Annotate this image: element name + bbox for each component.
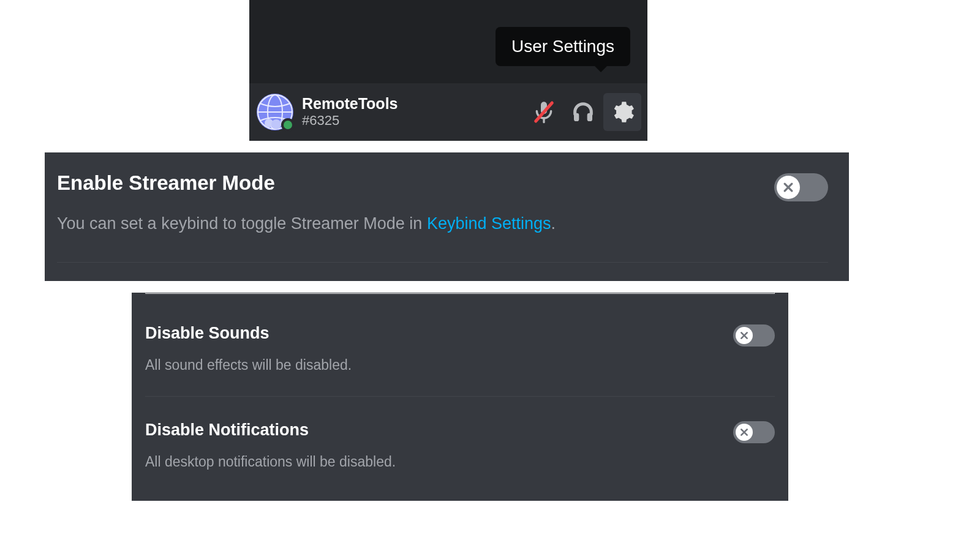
settings-tooltip: User Settings	[496, 27, 630, 66]
divider	[145, 396, 775, 397]
gear-icon	[610, 100, 635, 124]
svg-rect-10	[587, 113, 592, 121]
disable-notifications-desc: All desktop notifications will be disabl…	[145, 452, 733, 471]
disable-sounds-toggle[interactable]	[733, 324, 775, 347]
disable-sounds-block: Disable Sounds All sound effects will be…	[145, 321, 775, 375]
divider	[145, 293, 775, 294]
divider	[57, 262, 828, 263]
close-icon	[739, 331, 749, 340]
sounds-notifications-panel: Disable Sounds All sound effects will be…	[132, 293, 788, 501]
streamer-mode-toggle[interactable]	[774, 173, 828, 201]
streamer-mode-title: Enable Streamer Mode	[57, 171, 774, 195]
toggle-knob	[736, 424, 753, 441]
user-settings-button[interactable]	[603, 93, 641, 131]
user-area-panel: User Settings	[249, 0, 647, 141]
close-icon	[739, 427, 749, 437]
svg-point-5	[271, 119, 281, 129]
streamer-mode-desc: You can set a keybind to toggle Streamer…	[57, 212, 774, 236]
keybind-settings-link[interactable]: Keybind Settings	[427, 214, 551, 233]
toggle-knob	[777, 176, 800, 199]
username: RemoteTools	[302, 96, 525, 113]
streamer-mode-text: Enable Streamer Mode You can set a keybi…	[57, 171, 774, 235]
disable-notifications-row: Disable Notifications All desktop notifi…	[145, 420, 775, 472]
settings-tooltip-label: User Settings	[511, 37, 614, 56]
streamer-mode-desc-prefix: You can set a keybind to toggle Streamer…	[57, 214, 427, 233]
disable-sounds-row: Disable Sounds All sound effects will be…	[145, 323, 775, 375]
status-indicator-online	[281, 118, 295, 132]
deafen-button[interactable]	[564, 93, 602, 131]
control-icons	[525, 93, 641, 131]
mic-muted-icon	[532, 100, 556, 124]
streamer-mode-desc-suffix: .	[551, 214, 556, 233]
disable-notifications-toggle[interactable]	[733, 421, 775, 443]
streamer-mode-row: Enable Streamer Mode You can set a keybi…	[57, 171, 828, 235]
toggle-knob	[736, 327, 753, 344]
headphones-icon	[571, 100, 595, 124]
mute-mic-button[interactable]	[525, 93, 563, 131]
user-text-block[interactable]: RemoteTools #6325	[302, 96, 525, 129]
close-icon	[782, 181, 794, 193]
disable-sounds-desc: All sound effects will be disabled.	[145, 355, 733, 375]
disable-notifications-block: Disable Notifications All desktop notifi…	[145, 418, 775, 472]
svg-rect-9	[574, 113, 579, 121]
user-footer: RemoteTools #6325	[249, 83, 647, 141]
streamer-mode-panel: Enable Streamer Mode You can set a keybi…	[45, 152, 849, 281]
disable-sounds-title: Disable Sounds	[145, 323, 733, 343]
disable-notifications-title: Disable Notifications	[145, 420, 733, 440]
discriminator: #6325	[302, 113, 525, 129]
avatar[interactable]	[257, 94, 293, 130]
